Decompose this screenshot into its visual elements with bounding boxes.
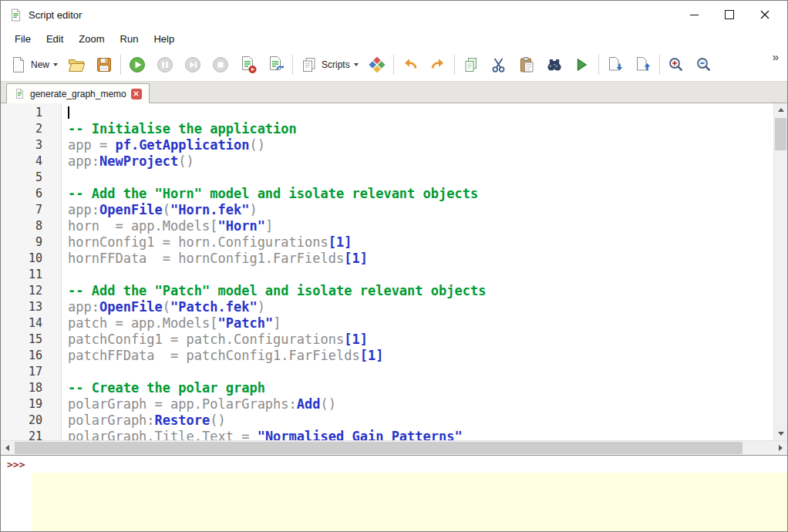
- code-token: polarGraph.Title.Text =: [68, 429, 258, 440]
- code-token: "Patch.fek": [170, 299, 258, 315]
- editor-area: 123456789101112131415161718192021 -- Ini…: [1, 103, 787, 455]
- go-button[interactable]: [568, 52, 596, 78]
- vertical-scrollbar[interactable]: [773, 103, 787, 440]
- code-line[interactable]: polarGraph = app.PolarGraphs:Add(): [68, 396, 773, 412]
- scroll-left-button[interactable]: [1, 441, 14, 454]
- code-line[interactable]: hornFFData = hornConfig1.FarFields[1]: [68, 251, 773, 267]
- line-number: 16: [1, 348, 42, 364]
- menu-file[interactable]: File: [7, 31, 39, 47]
- save-button[interactable]: [90, 52, 118, 78]
- code-token: (): [178, 153, 194, 169]
- scroll-right-button[interactable]: [774, 441, 787, 454]
- code-token: [1]: [328, 234, 352, 250]
- menu-zoom[interactable]: Zoom: [71, 31, 112, 47]
- code-token: ]: [265, 218, 273, 234]
- step-button[interactable]: [179, 52, 207, 78]
- line-number: 10: [1, 251, 42, 267]
- line-number: 4: [1, 153, 42, 170]
- code-token: NewProject: [99, 153, 178, 169]
- code-line[interactable]: [68, 105, 773, 121]
- run-button[interactable]: [123, 52, 151, 78]
- find-button[interactable]: [540, 52, 568, 78]
- line-number: 11: [1, 267, 42, 283]
- code-token: "Horn": [217, 218, 264, 234]
- line-number: 13: [1, 299, 42, 315]
- code-token: app:: [68, 202, 99, 217]
- line-number: 12: [1, 283, 42, 299]
- line-number: 5: [1, 170, 42, 186]
- code-token: (): [249, 137, 264, 153]
- code-line[interactable]: patchFFData = patchConfig1.FarFields[1]: [68, 348, 773, 364]
- code-line[interactable]: -- Initialise the application: [68, 121, 773, 137]
- toolbar-separator: [454, 55, 455, 75]
- code-line[interactable]: app:NewProject(): [68, 153, 773, 170]
- toolbar-overflow-button[interactable]: »: [768, 50, 783, 63]
- code-token: app =: [68, 137, 115, 153]
- code-line[interactable]: app = pf.GetApplication(): [68, 137, 773, 153]
- tab-close-button[interactable]: [131, 89, 142, 99]
- undo-button[interactable]: [396, 52, 424, 78]
- copy-button[interactable]: [457, 52, 485, 78]
- toolbar-separator: [659, 55, 660, 75]
- update-script-button[interactable]: [262, 52, 290, 78]
- code-line[interactable]: patchConfig1 = patch.Configurations[1]: [68, 332, 773, 348]
- code-line[interactable]: hornConfig1 = horn.Configurations[1]: [68, 234, 773, 251]
- console-input[interactable]: [32, 473, 787, 531]
- pause-button[interactable]: [151, 52, 179, 78]
- line-number: 21: [1, 429, 42, 440]
- line-number: 1: [1, 105, 42, 121]
- run-script-button[interactable]: [234, 52, 262, 78]
- code-line[interactable]: [68, 267, 773, 283]
- code-line[interactable]: polarGraph.Title.Text = "Normalised Gain…: [68, 429, 773, 440]
- line-number: 15: [1, 332, 42, 348]
- code-line[interactable]: app:OpenFile("Horn.fek"): [68, 202, 773, 218]
- horizontal-scrollbar[interactable]: [1, 440, 787, 455]
- code-line[interactable]: -- Add the "Patch" model and isolate rel…: [68, 283, 773, 299]
- scripts-dropdown-button[interactable]: Scripts: [295, 52, 363, 78]
- open-button[interactable]: [62, 52, 90, 78]
- minimize-button[interactable]: [676, 1, 712, 29]
- code-token: "Horn.fek": [170, 202, 249, 217]
- code-editor[interactable]: -- Initialise the applicationapp = pf.Ge…: [62, 103, 773, 440]
- zoom-out-button[interactable]: [690, 52, 718, 78]
- paste-button[interactable]: [513, 52, 540, 78]
- cut-button[interactable]: [485, 52, 513, 78]
- code-token: -- Add the "Horn" model and isolate rele…: [68, 186, 478, 201]
- go-arrow-icon: [573, 56, 591, 74]
- new-button[interactable]: New: [5, 52, 62, 78]
- code-line[interactable]: patch = app.Models["Patch"]: [68, 315, 773, 332]
- stop-button[interactable]: [207, 52, 234, 78]
- line-number: 3: [1, 137, 42, 153]
- code-line[interactable]: [68, 170, 773, 186]
- app-icon: [8, 8, 23, 22]
- code-token: -- Create the polar graph: [68, 380, 265, 396]
- code-line[interactable]: horn = app.Models["Horn"]: [68, 218, 773, 234]
- close-button[interactable]: [747, 1, 783, 29]
- vertical-scroll-thumb[interactable]: [775, 118, 786, 150]
- menu-run[interactable]: Run: [113, 31, 146, 47]
- minimize-icon: [690, 15, 699, 15]
- code-token: (): [210, 412, 225, 428]
- import-script-button[interactable]: [601, 52, 629, 78]
- export-script-button[interactable]: [629, 52, 657, 78]
- menu-help[interactable]: Help: [146, 31, 182, 47]
- code-line[interactable]: app:OpenFile("Patch.fek"): [68, 299, 773, 315]
- redo-button[interactable]: [424, 52, 452, 78]
- scroll-up-button[interactable]: [774, 103, 787, 116]
- code-line[interactable]: polarGraph:Restore(): [68, 412, 773, 429]
- tab-generate-graph-memo[interactable]: generate_graph_memo: [6, 83, 150, 103]
- menu-edit[interactable]: Edit: [39, 31, 71, 47]
- code-line[interactable]: -- Add the "Horn" model and isolate rele…: [68, 186, 773, 202]
- save-icon: [95, 56, 113, 74]
- zoom-in-button[interactable]: [662, 52, 690, 78]
- maximize-button[interactable]: [712, 1, 747, 29]
- code-line[interactable]: -- Create the polar graph: [68, 380, 773, 396]
- cut-scissors-icon: [490, 56, 508, 74]
- code-line[interactable]: [68, 364, 773, 380]
- scroll-down-button[interactable]: [774, 427, 787, 440]
- chevron-down-icon: [354, 63, 359, 66]
- horizontal-scroll-thumb[interactable]: [15, 442, 743, 454]
- line-number: 2: [1, 121, 42, 137]
- plugins-button[interactable]: [363, 52, 391, 78]
- code-token: hornConfig1 = horn.Configurations: [68, 234, 328, 250]
